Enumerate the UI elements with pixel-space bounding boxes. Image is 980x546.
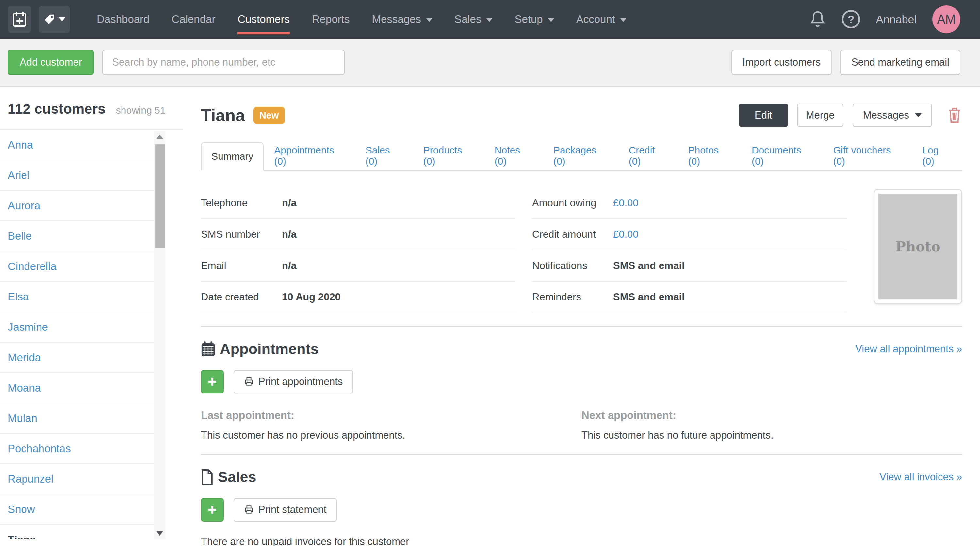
tab[interactable]: Summary bbox=[201, 142, 264, 171]
customer-list-item[interactable]: Ariel bbox=[0, 160, 154, 191]
chevron-down-icon bbox=[915, 113, 921, 117]
nav-item[interactable]: Customers bbox=[226, 0, 301, 38]
no-invoices-text: There are no unpaid invoices for this cu… bbox=[201, 536, 962, 546]
customer-list-item[interactable]: Rapunzel bbox=[0, 464, 154, 494]
main-nav: Dashboard Calendar Customers Reports Mes… bbox=[86, 0, 637, 38]
customer-list-item[interactable]: Snow bbox=[0, 494, 154, 525]
detail-row: Credit amount £0.00 bbox=[532, 219, 846, 251]
customer-list-item[interactable]: Pochahontas bbox=[0, 434, 154, 464]
add-sale-button[interactable] bbox=[201, 498, 224, 522]
customer-list-item[interactable]: Moana bbox=[0, 373, 154, 403]
tab[interactable]: Sales (0) bbox=[355, 141, 413, 170]
merge-button[interactable]: Merge bbox=[797, 103, 843, 127]
next-appointment-block: Next appointment: This customer has no f… bbox=[581, 409, 962, 441]
nav-item[interactable]: Calendar bbox=[161, 0, 226, 38]
nav-item[interactable]: Dashboard bbox=[86, 0, 161, 38]
calendar-icon bbox=[201, 341, 215, 357]
print-appointments-button[interactable]: Print appointments bbox=[234, 370, 353, 394]
detail-row: Date created 10 Aug 2020 bbox=[201, 282, 515, 313]
top-navbar: Dashboard Calendar Customers Reports Mes… bbox=[0, 0, 980, 38]
account-details: Amount owing £0.00 Credit amount £0.00 N… bbox=[532, 188, 846, 313]
last-appointment-text: This customer has no previous appointmen… bbox=[201, 429, 581, 441]
customer-list-item[interactable]: Merida bbox=[0, 343, 154, 373]
last-appointment-block: Last appointment: This customer has no p… bbox=[201, 409, 581, 441]
customer-detail-panel: Tiana New Edit Merge Messages bbox=[183, 87, 980, 546]
nav-item[interactable]: Reports bbox=[301, 0, 361, 38]
customer-count-title: 112 customers bbox=[8, 101, 105, 117]
detail-row: Reminders SMS and email bbox=[532, 282, 846, 313]
tab[interactable]: Products (0) bbox=[413, 141, 484, 170]
last-appointment-label: Last appointment: bbox=[201, 409, 581, 422]
showing-count-label: showing 51 bbox=[116, 105, 165, 116]
plus-icon bbox=[208, 377, 217, 386]
tab[interactable]: Notes (0) bbox=[484, 141, 543, 170]
next-appointment-label: Next appointment: bbox=[581, 409, 962, 422]
nav-item[interactable]: Messages bbox=[361, 0, 443, 38]
customer-list-item[interactable]: Aurora bbox=[0, 191, 154, 221]
view-all-invoices-link[interactable]: View all invoices » bbox=[880, 471, 962, 483]
chevron-down-icon bbox=[620, 18, 626, 22]
tab[interactable]: Gift vouchers (0) bbox=[822, 141, 912, 170]
view-all-appointments-link[interactable]: View all appointments » bbox=[855, 343, 962, 355]
tab[interactable]: Photos (0) bbox=[678, 141, 741, 170]
tab[interactable]: Credit (0) bbox=[618, 141, 678, 170]
chevron-down-icon bbox=[548, 18, 554, 22]
tag-icon bbox=[43, 13, 56, 25]
customer-list-item[interactable]: Jasmine bbox=[0, 312, 154, 343]
scrollbar-thumb[interactable] bbox=[155, 144, 165, 248]
printer-icon bbox=[244, 505, 254, 515]
photo-placeholder-label: Photo bbox=[896, 239, 940, 255]
customer-photo-placeholder[interactable]: Photo bbox=[874, 189, 962, 304]
customer-toolbar: Add customer Import customers Send marke… bbox=[0, 38, 980, 87]
detail-row: SMS number n/a bbox=[201, 219, 515, 251]
user-name[interactable]: Annabel bbox=[876, 13, 916, 26]
help-icon[interactable]: ? bbox=[842, 10, 860, 29]
nav-item[interactable]: Sales bbox=[443, 0, 504, 38]
customer-tabs: Summary Appointments (0) Sales (0) Produ… bbox=[201, 141, 962, 171]
customer-list-sidebar: 112 customers showing 51 Anna Ariel Auro… bbox=[0, 87, 183, 546]
nav-item[interactable]: Setup bbox=[503, 0, 565, 38]
printer-icon bbox=[244, 377, 254, 387]
search-input[interactable] bbox=[102, 50, 345, 75]
tab[interactable]: Appointments (0) bbox=[264, 141, 355, 170]
scroll-up-arrow-icon[interactable] bbox=[154, 131, 165, 142]
edit-button[interactable]: Edit bbox=[739, 103, 788, 127]
add-customer-button[interactable]: Add customer bbox=[8, 50, 94, 75]
scroll-down-arrow-icon[interactable] bbox=[154, 527, 165, 539]
nav-item[interactable]: Account bbox=[565, 0, 637, 38]
section-divider bbox=[201, 454, 962, 455]
new-badge: New bbox=[253, 107, 285, 124]
import-customers-button[interactable]: Import customers bbox=[732, 50, 832, 75]
trash-icon bbox=[947, 106, 962, 124]
customer-list-item[interactable]: Belle bbox=[0, 221, 154, 251]
customer-list-item[interactable]: Mulan bbox=[0, 403, 154, 434]
tab[interactable]: Packages (0) bbox=[543, 141, 618, 170]
detail-row: Telephone n/a bbox=[201, 188, 515, 219]
customer-list-item[interactable]: Anna bbox=[0, 130, 154, 160]
list-scrollbar[interactable] bbox=[154, 131, 165, 539]
add-appointment-button[interactable] bbox=[201, 370, 224, 394]
detail-row: Notifications SMS and email bbox=[532, 251, 846, 282]
customer-list-item[interactable]: Cinderella bbox=[0, 251, 154, 282]
detail-row: Amount owing £0.00 bbox=[532, 188, 846, 219]
next-appointment-text: This customer has no future appointments… bbox=[581, 429, 962, 441]
tab[interactable]: Documents (0) bbox=[741, 141, 822, 170]
print-statement-button[interactable]: Print statement bbox=[234, 498, 337, 522]
appointments-section-title: Appointments bbox=[220, 341, 318, 357]
customer-list-item[interactable]: Elsa bbox=[0, 282, 154, 312]
customer-list-item[interactable]: Tiana bbox=[0, 525, 154, 539]
avatar[interactable]: AM bbox=[932, 5, 960, 33]
chevron-down-icon bbox=[426, 18, 432, 22]
tags-filter-button[interactable] bbox=[38, 6, 70, 33]
chevron-down-icon bbox=[487, 18, 492, 22]
notifications-bell-icon[interactable] bbox=[809, 10, 826, 29]
messages-dropdown-button[interactable]: Messages bbox=[853, 103, 932, 127]
sales-section-title: Sales bbox=[218, 468, 256, 486]
tab[interactable]: Log (0) bbox=[912, 141, 962, 170]
contact-details: Telephone n/a SMS number n/a Email n/a D… bbox=[201, 188, 515, 313]
send-marketing-email-button[interactable]: Send marketing email bbox=[840, 50, 960, 75]
delete-customer-button[interactable] bbox=[947, 106, 962, 124]
document-icon bbox=[201, 469, 213, 485]
new-appointment-button[interactable] bbox=[8, 6, 31, 33]
detail-row: Email n/a bbox=[201, 251, 515, 282]
